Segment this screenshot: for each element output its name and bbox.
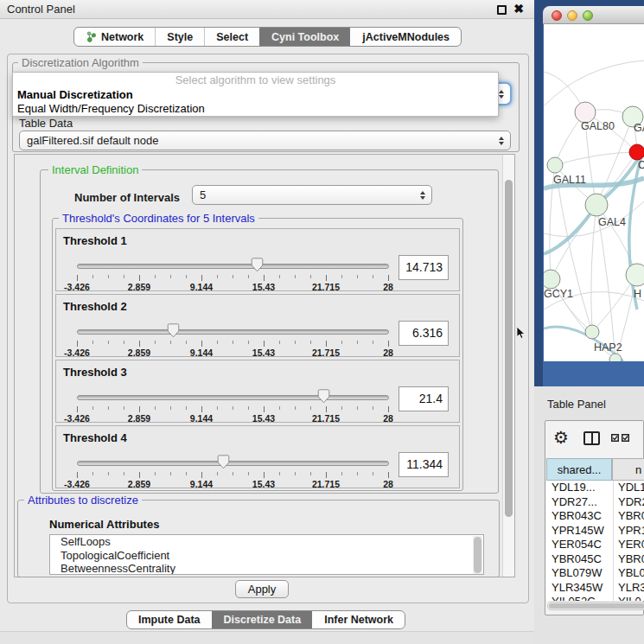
column-header[interactable]: n bbox=[612, 458, 644, 481]
top-tab-bar: NetworkStyleSelectCyni ToolboxjActiveMNo… bbox=[73, 27, 462, 47]
scrollbar-thumb[interactable] bbox=[549, 603, 644, 609]
tab-discretize-data[interactable]: Discretize Data bbox=[212, 611, 313, 628]
slider-scale-labels: -3.4262.8599.14415.4321.71528 bbox=[77, 413, 389, 424]
list-scrollbar[interactable] bbox=[473, 536, 482, 574]
minimize-light-icon[interactable] bbox=[567, 10, 577, 21]
tab-select[interactable]: Select bbox=[204, 28, 259, 46]
slider-scale-labels: -3.4262.8599.14415.4321.71528 bbox=[77, 282, 389, 292]
tab-style[interactable]: Style bbox=[155, 28, 204, 46]
threshold-value-field[interactable]: 14.713 bbox=[399, 255, 449, 280]
threshold-value-field[interactable]: 21.4 bbox=[399, 386, 449, 411]
dropdown-hint-option[interactable]: Select algorithm to view settings bbox=[13, 73, 498, 88]
threshold-slider[interactable]: -3.4262.8599.14415.4321.71528 bbox=[77, 457, 389, 488]
scale-label: -3.426 bbox=[64, 479, 90, 489]
threshold-panel: Threshold 2 -3.4262.8599.14415.4321.7152… bbox=[55, 294, 460, 357]
group-title: Discretization Algorithm bbox=[18, 56, 143, 69]
slider-track[interactable] bbox=[77, 329, 389, 335]
slider-thumb[interactable] bbox=[251, 258, 264, 272]
threshold-slider[interactable]: -3.4262.8599.14415.4321.71528 bbox=[77, 326, 389, 357]
table-row[interactable]: YER054CYER0 bbox=[546, 538, 644, 552]
numerical-attributes-label: Numerical Attributes bbox=[49, 518, 159, 531]
table-row[interactable]: YDL19...YDL1 bbox=[546, 481, 644, 495]
network-node[interactable] bbox=[609, 354, 622, 361]
threshold-value-field[interactable]: 11.344 bbox=[399, 452, 449, 477]
list-item[interactable]: TopologicalCoefficient bbox=[50, 549, 483, 563]
slider-scale-labels: -3.4262.8599.14415.4321.71528 bbox=[77, 479, 389, 489]
table-row[interactable]: YBL079WYBL0 bbox=[546, 566, 644, 581]
tab-network[interactable]: Network bbox=[74, 28, 155, 46]
scale-label: 28 bbox=[383, 282, 393, 292]
horizontal-scrollbar[interactable] bbox=[547, 602, 644, 610]
dropdown-option-equal-width-frequency-discretization[interactable]: Equal Width/Frequency Discretization bbox=[13, 102, 498, 116]
slider-track[interactable] bbox=[77, 395, 389, 400]
network-canvas[interactable]: GAL80GACGAL11GAL4GCY1HHAP2 bbox=[544, 24, 644, 361]
vertical-scrollbar[interactable] bbox=[502, 155, 514, 577]
network-node-gal4[interactable] bbox=[585, 194, 608, 216]
split-view-icon[interactable] bbox=[583, 431, 600, 445]
table-row[interactable]: YLR345WYLR3 bbox=[546, 581, 644, 596]
network-window-titlebar[interactable] bbox=[543, 6, 644, 24]
threshold-slider[interactable]: -3.4262.8599.14415.4321.71528 bbox=[77, 392, 389, 423]
node-label: HAP2 bbox=[594, 341, 622, 354]
table-panel: Table Panel ⚙ shared...n YDL19...YDL1YDR… bbox=[534, 386, 644, 644]
tab-cyni-toolbox[interactable]: Cyni Toolbox bbox=[259, 28, 350, 46]
float-window-icon[interactable] bbox=[497, 5, 507, 15]
cell-shared-name: YDR27... bbox=[546, 495, 613, 510]
table-row[interactable]: YBR043CYBR0 bbox=[546, 509, 644, 524]
combo-stepper-icon bbox=[499, 131, 504, 150]
network-node-h[interactable] bbox=[626, 264, 644, 286]
close-icon[interactable]: ✖ bbox=[513, 2, 524, 16]
column-header[interactable]: shared... bbox=[546, 458, 612, 481]
network-node-c[interactable] bbox=[629, 144, 644, 160]
tab-label: jActiveMNodules bbox=[362, 31, 450, 43]
list-item[interactable]: BetweennessCentrality bbox=[50, 562, 483, 575]
table-toolbar: ⚙ bbox=[545, 421, 644, 458]
zoom-light-icon[interactable] bbox=[583, 10, 593, 21]
gear-icon[interactable]: ⚙ bbox=[553, 428, 569, 447]
table-row[interactable]: YDR27...YDR2 bbox=[546, 495, 644, 510]
control-panel-titlebar[interactable]: Control Panel ✖ bbox=[0, 0, 534, 19]
tab-impute-data[interactable]: Impute Data bbox=[127, 611, 212, 628]
dropdown-option-manual-discretization[interactable]: Manual Discretization bbox=[13, 88, 498, 102]
threshold-value-field[interactable]: 6.316 bbox=[399, 321, 449, 346]
scale-label: 28 bbox=[383, 348, 393, 358]
network-node-hap2[interactable] bbox=[585, 325, 599, 339]
tab-jactivemnodules[interactable]: jActiveMNodules bbox=[350, 28, 461, 46]
close-light-icon[interactable] bbox=[552, 10, 562, 21]
table-row[interactable]: YBR045CYBR0 bbox=[546, 552, 644, 567]
scale-label: 2.859 bbox=[128, 479, 150, 489]
threshold-label: Threshold 3 bbox=[63, 366, 127, 379]
apply-button[interactable]: Apply bbox=[235, 580, 289, 598]
slider-thumb[interactable] bbox=[217, 455, 230, 469]
slider-track[interactable] bbox=[77, 264, 389, 269]
cell-shared-name: YBR045C bbox=[546, 552, 613, 567]
network-node-gcy1[interactable] bbox=[544, 270, 560, 289]
control-panel-window: Control Panel ✖ NetworkStyleSelectCyni T… bbox=[0, 0, 534, 644]
slider-ticks bbox=[77, 472, 389, 478]
number-of-intervals-spinner[interactable]: 5 bbox=[192, 185, 432, 205]
list-item[interactable]: SelfLoops bbox=[50, 535, 483, 549]
scale-label: 15.43 bbox=[252, 348, 275, 358]
node-label: GCY1 bbox=[544, 288, 573, 300]
network-node-gal11[interactable] bbox=[547, 157, 563, 173]
slider-thumb[interactable] bbox=[167, 323, 180, 338]
scale-label: 21.715 bbox=[312, 479, 340, 489]
table-row[interactable]: YPR145WYPR1 bbox=[546, 524, 644, 539]
checkbox-icon[interactable] bbox=[622, 434, 629, 442]
cell-name: YBL0 bbox=[613, 566, 644, 581]
cell-shared-name: YBR043C bbox=[546, 509, 613, 524]
table-data-combobox[interactable]: galFiltered.sif default node bbox=[19, 131, 511, 150]
tab-label: Select bbox=[216, 31, 248, 43]
threshold-slider[interactable]: -3.4262.8599.14415.4321.71528 bbox=[77, 260, 389, 291]
scrollbar-thumb[interactable] bbox=[505, 180, 513, 517]
tab-infer-network[interactable]: Infer Network bbox=[312, 611, 405, 628]
threshold-label: Threshold 4 bbox=[63, 431, 127, 444]
cell-name: YDL1 bbox=[613, 481, 644, 495]
slider-thumb[interactable] bbox=[317, 389, 330, 404]
scrollbar-thumb[interactable] bbox=[474, 537, 481, 573]
scale-label: 2.859 bbox=[128, 348, 150, 358]
checkbox-icon[interactable] bbox=[611, 434, 619, 442]
numerical-attributes-list[interactable]: SelfLoopsTopologicalCoefficientBetweenne… bbox=[49, 534, 484, 575]
slider-track[interactable] bbox=[77, 461, 389, 466]
table-row[interactable]: YIL052CYIL0 bbox=[546, 595, 644, 601]
